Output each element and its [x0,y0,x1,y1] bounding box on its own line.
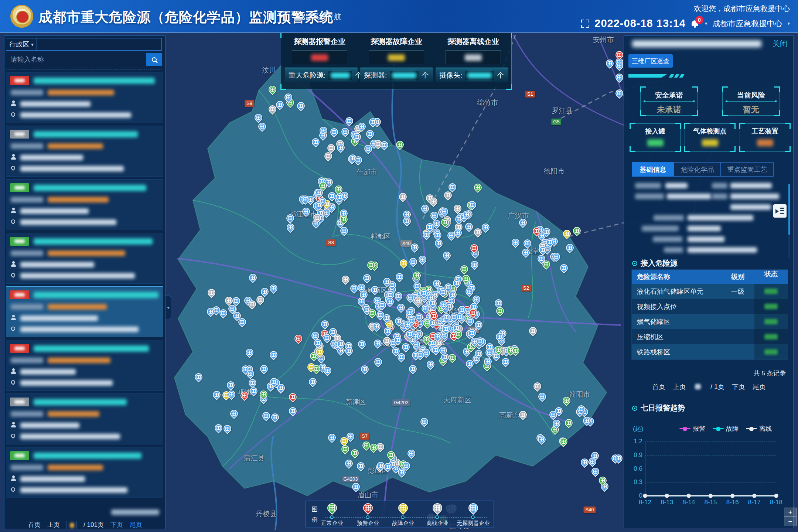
hazard-type-redacted [48,250,125,256]
map-city-label: 罗江县 [552,106,573,116]
first-page-button[interactable]: 首页 [28,521,41,529]
map-city-label: 天府新区 [443,395,471,405]
contact-redacted [20,208,89,214]
company-card[interactable] [6,233,163,284]
hazard-type-redacted [48,143,103,149]
hazard-type-redacted [48,411,99,417]
company-card[interactable] [6,447,163,498]
page-number-input[interactable] [66,521,77,529]
table-row[interactable]: 铁路栈桥区 [632,344,788,359]
table-row[interactable]: 视频接入点位 [632,299,788,314]
status-badge [10,130,29,139]
person-icon [11,315,16,320]
location-pin-icon [10,433,16,439]
y-axis-tick: 0.9 [631,451,642,459]
company-card[interactable] [6,340,163,391]
company-name-redacted [34,453,141,459]
contact-redacted [20,101,91,107]
address-redacted [20,434,120,439]
page-number-input[interactable] [693,383,703,391]
next-page-button[interactable]: 下页 [732,382,745,391]
x-axis-tick: 8-18 [765,499,787,506]
status-badge [10,451,29,460]
camera-total: 摄像头: 个 [436,68,508,82]
company-card[interactable] [6,72,163,123]
company-card[interactable] [6,126,163,177]
map-legend: 图例 正常企业预警企业故障企业离线企业无探测器企业 [306,501,494,528]
contact-redacted [20,369,76,375]
chevron-down-icon[interactable]: ▾ [787,21,790,26]
chart-legend-item[interactable]: 报警 [679,424,705,433]
map-district-label: 新津区 [346,398,366,406]
x-axis-tick: 8-13 [656,499,678,506]
zoom-out-button[interactable]: − [784,517,797,526]
last-page-button[interactable]: 尾页 [753,382,766,391]
notification-bell[interactable]: 0 [691,19,700,28]
status-redacted [764,289,778,294]
chevron-down-icon[interactable]: ▾ [705,21,707,26]
tab-1[interactable]: 基础信息 [632,162,674,177]
table-header-row: 危险源名称级别状态 [632,270,788,284]
zoom-in-button[interactable]: + [784,508,797,517]
tab-3[interactable]: 重点监管工艺 [721,162,774,177]
page-title: 成都市重大危险源（危险化学品）监测预警系统 [38,8,333,27]
alarm-companies-title: 探测器报警企业 [281,37,358,47]
status-badge [10,398,29,406]
prev-page-button[interactable]: 上页 [47,521,60,529]
fullscreen-icon[interactable] [581,20,589,28]
company-pin-icon [467,501,480,515]
contact-redacted [20,262,94,267]
chart-legend-item[interactable]: 故障 [713,424,739,433]
chart-legend-item[interactable]: 离线 [746,424,772,433]
location-pin-icon [10,379,16,385]
search-input[interactable] [6,53,146,66]
map-city-label: 德阳市 [544,167,565,176]
expand-icon[interactable] [773,204,787,218]
road-number-badge: S1 [525,91,535,98]
datetime-display: 2022-08-18 13:14 [594,17,686,30]
table-row[interactable]: 液化石油气储罐区单元一级 [632,284,788,299]
company-card[interactable] [6,393,163,444]
system-nav-menu[interactable]: 系统导航 [302,12,341,22]
divider [6,69,162,69]
person-icon [11,261,16,267]
location-pin-icon [10,112,16,117]
next-page-button[interactable]: 下页 [110,521,123,529]
table-row[interactable]: 压缩机区 [632,329,788,344]
x-axis-tick: 8-12 [634,499,656,506]
total-pages-label: / 101页 [83,521,104,529]
region-value-input[interactable] [37,38,162,51]
legend-node-icon [366,515,369,519]
legend-item-label: 无探测器企业 [457,520,490,527]
first-page-button[interactable]: 首页 [652,382,665,391]
stat-box-2: 气体检测点 [685,123,735,152]
divider [628,74,787,78]
fault-companies-title: 探测器故障企业 [358,37,435,47]
scrollbar-thumb[interactable] [788,184,790,235]
legend-connector-line [325,517,487,518]
hazard-type-redacted [48,358,110,363]
chart-legend: 报警故障离线 [679,424,772,433]
search-icon [152,57,157,62]
close-button[interactable]: 关闭 [773,39,787,49]
address-redacted [20,219,116,225]
map-city-label: 蒲江县 [244,453,265,463]
person-icon [11,475,16,481]
hazard-type-redacted [48,465,103,470]
prev-page-button[interactable]: 上页 [673,382,686,391]
plant-3d-patrol-button[interactable]: 三维厂区巡查 [628,54,673,68]
tab-2[interactable]: 危险化学品 [674,162,721,177]
company-card[interactable] [6,286,163,337]
record-count: 共 5 条记录 [754,369,786,378]
search-button[interactable] [146,53,162,66]
basic-info-redacted [631,183,783,257]
last-page-button[interactable]: 尾页 [130,521,142,529]
company-detail-panel: 关闭 三维厂区巡查 安全承诺 未承诺 当前风险 暂无 接入罐气体检测点工艺装置 … [624,35,794,528]
trend-section-header: 七日报警趋势 [632,403,685,413]
table-row[interactable]: 燃气储罐区 [632,314,788,329]
road-number-badge: S7 [360,433,369,440]
sidebar-collapse-handle[interactable]: ◂ [166,296,171,319]
region-filter-dropdown[interactable]: 行政区▾ [6,38,37,51]
user-menu[interactable]: 成都市应急救援中心 [712,18,782,29]
company-card[interactable] [6,179,163,230]
